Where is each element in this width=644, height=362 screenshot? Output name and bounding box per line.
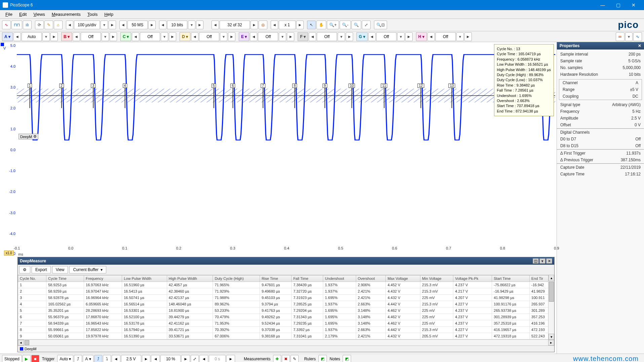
bits-next[interactable]: ► xyxy=(196,21,203,29)
measurements-edit-icon[interactable]: ✎ xyxy=(291,355,299,362)
maximize-button[interactable]: ▢ xyxy=(610,0,626,10)
table-row[interactable]: 855.99661 µs17.85822 kHz16.57940 µs39.41… xyxy=(18,327,554,333)
channel-G-label[interactable]: G ▾ xyxy=(356,32,368,41)
channel-B-label[interactable]: B ▾ xyxy=(61,32,72,41)
trigger-mode[interactable]: Auto ▾ xyxy=(57,355,73,362)
hand-icon[interactable]: ✋ xyxy=(316,21,326,29)
delay-value[interactable]: 0 s xyxy=(209,355,226,362)
delay-prev[interactable]: ◄ xyxy=(199,355,208,362)
channel-C-dropdown[interactable]: ▾ xyxy=(161,32,168,41)
deepm-badge[interactable]: DeepM ⚙ xyxy=(18,134,38,139)
trigger-channel[interactable]: A ▾ xyxy=(83,355,93,362)
channel-E-prev[interactable]: ◄ xyxy=(250,32,257,41)
channel-H-prev[interactable]: ◄ xyxy=(427,32,435,41)
trigger-level[interactable]: 2.5 V xyxy=(121,355,141,362)
channel-F-prev[interactable]: ◄ xyxy=(309,32,316,41)
menu-edit[interactable]: Edit xyxy=(16,11,30,18)
channel-F-next[interactable]: ► xyxy=(346,32,353,41)
buffer-next[interactable]: ► xyxy=(251,21,258,29)
channel-B-next[interactable]: ► xyxy=(110,32,117,41)
pointer-icon[interactable]: ↖ xyxy=(307,21,316,29)
zoomfit-icon[interactable]: ⤢ xyxy=(362,21,371,29)
table-row[interactable]: 358.92878 µs16.96964 kHz16.50741 µs42.42… xyxy=(18,295,554,301)
channel-C-prev[interactable]: ◄ xyxy=(132,32,139,41)
scope-view[interactable]: 5.0 V 4.0 3.0 2.0 1.0 0.0 -1.0 -2.0 -3.0… xyxy=(0,42,557,256)
timediv-prev[interactable]: ◄ xyxy=(66,21,73,29)
column-header[interactable]: Voltage Pk-Pk xyxy=(453,275,492,282)
menu-measurements[interactable]: Measurements xyxy=(48,11,84,18)
zoom-value[interactable]: x 1 xyxy=(279,21,296,29)
channel-G-prev[interactable]: ◄ xyxy=(368,32,376,41)
deepmeasure-hscroll[interactable]: ◂ ▸ xyxy=(18,339,554,345)
channel-F-label[interactable]: F ▾ xyxy=(298,32,308,41)
bits-value[interactable]: 10 bits xyxy=(167,21,187,29)
trigger-tools-icon[interactable]: ⤢ xyxy=(191,355,199,362)
table-row[interactable]: 950.05061 µs19.97978 kHz16.51390 µs33.53… xyxy=(18,333,554,339)
bits-dropdown[interactable]: ▾ xyxy=(188,21,195,29)
channel-H-label[interactable]: H ▾ xyxy=(416,32,427,41)
autosetup-icon[interactable]: ✎ xyxy=(44,21,53,29)
measurements-remove-icon[interactable]: ✖ xyxy=(282,355,290,362)
deepmeasure-buffer-select[interactable]: Current Buffer ▾ xyxy=(69,266,106,273)
table-row[interactable]: 535.35201 µs28.28693 kHz16.53301 µs18.81… xyxy=(18,307,554,314)
channel-D-dropdown[interactable]: ▾ xyxy=(220,32,227,41)
channel-G-range[interactable]: Off xyxy=(376,32,396,41)
minimize-button[interactable]: — xyxy=(595,0,610,10)
scroll-up-icon[interactable]: ▴ xyxy=(548,275,554,281)
channel-B-prev[interactable]: ◄ xyxy=(73,32,80,41)
channel-A-prev[interactable]: ◄ xyxy=(13,32,21,41)
column-header[interactable]: Start Time xyxy=(492,275,530,282)
channel-F-dropdown[interactable]: ▾ xyxy=(338,32,345,41)
channel-D-prev[interactable]: ◄ xyxy=(191,32,198,41)
channel-H-range[interactable]: Off xyxy=(435,32,456,41)
column-header[interactable]: Rise Time xyxy=(260,275,291,282)
digital-dropdown[interactable]: ▾ xyxy=(625,32,633,41)
channel-E-next[interactable]: ► xyxy=(287,32,294,41)
channel-G-next[interactable]: ► xyxy=(405,32,413,41)
channel-A-range[interactable]: Auto xyxy=(22,32,42,41)
plot-area[interactable]: 12345678910111213 xyxy=(17,43,555,245)
deepmeasure-close-icon[interactable]: ✕ xyxy=(546,258,552,264)
measurements-add-icon[interactable]: ✚ xyxy=(273,355,281,362)
table-row[interactable]: 158.9253 µs16.97063 kHz16.51960 µs42.405… xyxy=(18,282,554,288)
trigger-level-next[interactable]: ► xyxy=(142,355,151,362)
channel-C-label[interactable]: C ▾ xyxy=(120,32,131,41)
timediv-dropdown[interactable]: ▾ xyxy=(101,21,108,29)
home-icon[interactable]: ⌂ xyxy=(54,21,63,29)
scope-mode-icon[interactable]: ∿ xyxy=(2,21,11,29)
zoomall-icon[interactable]: 🔍⊡ xyxy=(374,21,387,29)
channel-A-label[interactable]: A ▾ xyxy=(2,32,13,41)
menu-tools[interactable]: Tools xyxy=(84,11,101,18)
pretrig-next[interactable]: ► xyxy=(181,355,190,362)
menu-file[interactable]: File xyxy=(2,11,16,18)
column-header[interactable]: Overshoot xyxy=(356,275,386,282)
table-row[interactable]: 258.9259 µs16.97047 kHz16.5413 µs42.3846… xyxy=(18,288,554,295)
column-header[interactable]: Undershoot xyxy=(323,275,356,282)
channel-D-label[interactable]: D ▾ xyxy=(180,32,190,41)
column-header[interactable]: Low Pulse Width xyxy=(122,275,167,282)
deepmeasure-table-wrap[interactable]: Cycle No.Cycle TimeFrequencyLow Pulse Wi… xyxy=(18,275,554,339)
awg-icon[interactable]: ∿ xyxy=(633,32,642,41)
deepmeasure-dock-icon[interactable]: ◫ xyxy=(533,258,539,264)
digital-setup-icon[interactable]: ⩸ xyxy=(616,32,624,41)
run-state[interactable]: Stopped xyxy=(2,355,22,362)
channel-C-range[interactable]: Off xyxy=(140,32,160,41)
menu-views[interactable]: Views xyxy=(30,11,48,18)
bits-prev[interactable]: ◄ xyxy=(159,21,166,29)
column-header[interactable]: Fall Time xyxy=(292,275,323,282)
buffer-prev[interactable]: ◄ xyxy=(212,21,219,29)
channel-D-next[interactable]: ► xyxy=(228,32,235,41)
spectrum-mode-icon[interactable]: ılı xyxy=(23,21,32,29)
samples-value[interactable]: 50 MS xyxy=(127,21,148,29)
scroll-right-icon[interactable]: ▸ xyxy=(548,340,554,345)
zoomin-icon[interactable]: 🔍+ xyxy=(327,21,339,29)
properties-close-icon[interactable]: ✕ xyxy=(638,43,641,48)
trigger-edge-rising-icon[interactable]: ⤴ xyxy=(94,355,102,362)
close-button[interactable]: ✕ xyxy=(626,0,641,10)
zoom-prev[interactable]: ◄ xyxy=(271,21,278,29)
stop-button[interactable]: ■ xyxy=(31,355,39,362)
sig-gen-icon[interactable]: ⟳ xyxy=(35,21,44,29)
gear-icon[interactable]: ⚙ xyxy=(33,134,37,139)
rulers-icon[interactable]: ◩ xyxy=(318,355,327,362)
pretrig-value[interactable]: 10 % xyxy=(160,355,181,362)
